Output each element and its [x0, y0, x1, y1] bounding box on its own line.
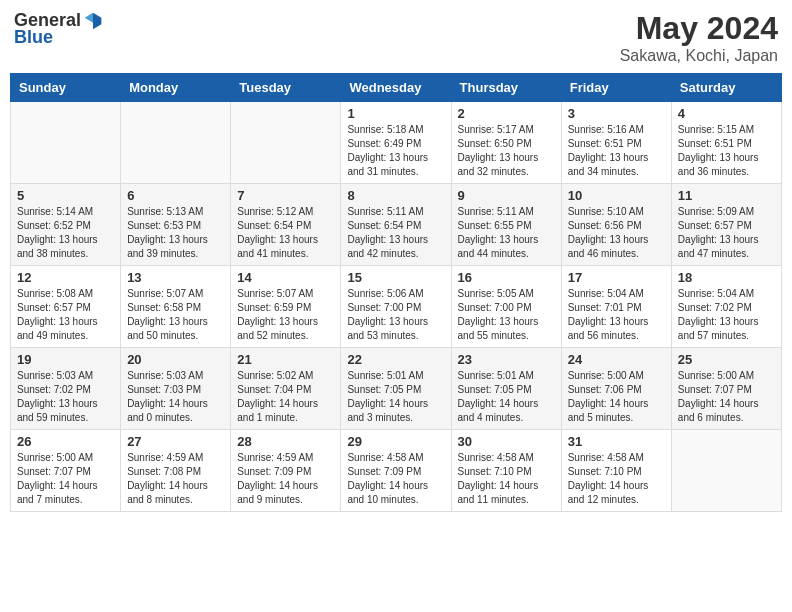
day-info: Sunrise: 5:00 AM Sunset: 7:06 PM Dayligh… — [568, 369, 665, 425]
day-number: 15 — [347, 270, 444, 285]
day-number: 23 — [458, 352, 555, 367]
page-header: General Blue May 2024 Sakawa, Kochi, Jap… — [10, 10, 782, 65]
day-info: Sunrise: 5:12 AM Sunset: 6:54 PM Dayligh… — [237, 205, 334, 261]
calendar-cell: 10Sunrise: 5:10 AM Sunset: 6:56 PM Dayli… — [561, 184, 671, 266]
day-info: Sunrise: 5:16 AM Sunset: 6:51 PM Dayligh… — [568, 123, 665, 179]
day-number: 29 — [347, 434, 444, 449]
day-info: Sunrise: 4:59 AM Sunset: 7:09 PM Dayligh… — [237, 451, 334, 507]
day-info: Sunrise: 5:03 AM Sunset: 7:03 PM Dayligh… — [127, 369, 224, 425]
title-block: May 2024 Sakawa, Kochi, Japan — [620, 10, 778, 65]
calendar-cell: 17Sunrise: 5:04 AM Sunset: 7:01 PM Dayli… — [561, 266, 671, 348]
day-info: Sunrise: 5:11 AM Sunset: 6:55 PM Dayligh… — [458, 205, 555, 261]
calendar-cell: 23Sunrise: 5:01 AM Sunset: 7:05 PM Dayli… — [451, 348, 561, 430]
day-info: Sunrise: 5:07 AM Sunset: 6:58 PM Dayligh… — [127, 287, 224, 343]
calendar-cell: 25Sunrise: 5:00 AM Sunset: 7:07 PM Dayli… — [671, 348, 781, 430]
day-info: Sunrise: 4:59 AM Sunset: 7:08 PM Dayligh… — [127, 451, 224, 507]
day-number: 10 — [568, 188, 665, 203]
calendar-cell: 26Sunrise: 5:00 AM Sunset: 7:07 PM Dayli… — [11, 430, 121, 512]
day-info: Sunrise: 5:10 AM Sunset: 6:56 PM Dayligh… — [568, 205, 665, 261]
day-number: 17 — [568, 270, 665, 285]
day-info: Sunrise: 5:02 AM Sunset: 7:04 PM Dayligh… — [237, 369, 334, 425]
header-friday: Friday — [561, 74, 671, 102]
day-number: 16 — [458, 270, 555, 285]
day-info: Sunrise: 5:14 AM Sunset: 6:52 PM Dayligh… — [17, 205, 114, 261]
week-row-2: 5Sunrise: 5:14 AM Sunset: 6:52 PM Daylig… — [11, 184, 782, 266]
header-tuesday: Tuesday — [231, 74, 341, 102]
day-number: 25 — [678, 352, 775, 367]
header-thursday: Thursday — [451, 74, 561, 102]
day-number: 3 — [568, 106, 665, 121]
calendar-cell: 11Sunrise: 5:09 AM Sunset: 6:57 PM Dayli… — [671, 184, 781, 266]
day-info: Sunrise: 5:03 AM Sunset: 7:02 PM Dayligh… — [17, 369, 114, 425]
calendar-cell: 21Sunrise: 5:02 AM Sunset: 7:04 PM Dayli… — [231, 348, 341, 430]
day-number: 24 — [568, 352, 665, 367]
day-number: 12 — [17, 270, 114, 285]
day-number: 20 — [127, 352, 224, 367]
calendar-cell: 5Sunrise: 5:14 AM Sunset: 6:52 PM Daylig… — [11, 184, 121, 266]
day-number: 26 — [17, 434, 114, 449]
day-info: Sunrise: 5:04 AM Sunset: 7:01 PM Dayligh… — [568, 287, 665, 343]
day-info: Sunrise: 5:13 AM Sunset: 6:53 PM Dayligh… — [127, 205, 224, 261]
day-info: Sunrise: 5:01 AM Sunset: 7:05 PM Dayligh… — [458, 369, 555, 425]
calendar-cell: 12Sunrise: 5:08 AM Sunset: 6:57 PM Dayli… — [11, 266, 121, 348]
day-number: 8 — [347, 188, 444, 203]
day-info: Sunrise: 5:01 AM Sunset: 7:05 PM Dayligh… — [347, 369, 444, 425]
week-row-5: 26Sunrise: 5:00 AM Sunset: 7:07 PM Dayli… — [11, 430, 782, 512]
calendar-cell: 7Sunrise: 5:12 AM Sunset: 6:54 PM Daylig… — [231, 184, 341, 266]
day-number: 7 — [237, 188, 334, 203]
calendar-cell: 22Sunrise: 5:01 AM Sunset: 7:05 PM Dayli… — [341, 348, 451, 430]
week-row-3: 12Sunrise: 5:08 AM Sunset: 6:57 PM Dayli… — [11, 266, 782, 348]
calendar-table: SundayMondayTuesdayWednesdayThursdayFrid… — [10, 73, 782, 512]
day-info: Sunrise: 4:58 AM Sunset: 7:09 PM Dayligh… — [347, 451, 444, 507]
week-row-1: 1Sunrise: 5:18 AM Sunset: 6:49 PM Daylig… — [11, 102, 782, 184]
day-info: Sunrise: 5:05 AM Sunset: 7:00 PM Dayligh… — [458, 287, 555, 343]
day-number: 27 — [127, 434, 224, 449]
day-number: 2 — [458, 106, 555, 121]
calendar-cell: 13Sunrise: 5:07 AM Sunset: 6:58 PM Dayli… — [121, 266, 231, 348]
day-info: Sunrise: 5:00 AM Sunset: 7:07 PM Dayligh… — [17, 451, 114, 507]
day-number: 11 — [678, 188, 775, 203]
header-wednesday: Wednesday — [341, 74, 451, 102]
header-saturday: Saturday — [671, 74, 781, 102]
day-info: Sunrise: 5:00 AM Sunset: 7:07 PM Dayligh… — [678, 369, 775, 425]
day-number: 1 — [347, 106, 444, 121]
day-number: 5 — [17, 188, 114, 203]
calendar-cell: 3Sunrise: 5:16 AM Sunset: 6:51 PM Daylig… — [561, 102, 671, 184]
calendar-cell: 14Sunrise: 5:07 AM Sunset: 6:59 PM Dayli… — [231, 266, 341, 348]
logo-icon — [83, 11, 103, 31]
day-number: 28 — [237, 434, 334, 449]
day-number: 30 — [458, 434, 555, 449]
calendar-cell: 28Sunrise: 4:59 AM Sunset: 7:09 PM Dayli… — [231, 430, 341, 512]
day-info: Sunrise: 5:17 AM Sunset: 6:50 PM Dayligh… — [458, 123, 555, 179]
day-number: 13 — [127, 270, 224, 285]
calendar-cell — [671, 430, 781, 512]
calendar-cell: 2Sunrise: 5:17 AM Sunset: 6:50 PM Daylig… — [451, 102, 561, 184]
calendar-cell: 1Sunrise: 5:18 AM Sunset: 6:49 PM Daylig… — [341, 102, 451, 184]
day-number: 9 — [458, 188, 555, 203]
day-number: 22 — [347, 352, 444, 367]
location-subtitle: Sakawa, Kochi, Japan — [620, 47, 778, 65]
logo-blue: Blue — [14, 27, 53, 48]
day-number: 4 — [678, 106, 775, 121]
calendar-cell — [11, 102, 121, 184]
day-info: Sunrise: 5:09 AM Sunset: 6:57 PM Dayligh… — [678, 205, 775, 261]
day-info: Sunrise: 5:18 AM Sunset: 6:49 PM Dayligh… — [347, 123, 444, 179]
day-info: Sunrise: 5:08 AM Sunset: 6:57 PM Dayligh… — [17, 287, 114, 343]
calendar-cell: 18Sunrise: 5:04 AM Sunset: 7:02 PM Dayli… — [671, 266, 781, 348]
day-number: 31 — [568, 434, 665, 449]
calendar-cell: 6Sunrise: 5:13 AM Sunset: 6:53 PM Daylig… — [121, 184, 231, 266]
day-number: 14 — [237, 270, 334, 285]
day-info: Sunrise: 5:11 AM Sunset: 6:54 PM Dayligh… — [347, 205, 444, 261]
calendar-cell: 24Sunrise: 5:00 AM Sunset: 7:06 PM Dayli… — [561, 348, 671, 430]
calendar-cell: 4Sunrise: 5:15 AM Sunset: 6:51 PM Daylig… — [671, 102, 781, 184]
calendar-cell: 31Sunrise: 4:58 AM Sunset: 7:10 PM Dayli… — [561, 430, 671, 512]
calendar-cell: 20Sunrise: 5:03 AM Sunset: 7:03 PM Dayli… — [121, 348, 231, 430]
calendar-cell: 15Sunrise: 5:06 AM Sunset: 7:00 PM Dayli… — [341, 266, 451, 348]
day-info: Sunrise: 5:07 AM Sunset: 6:59 PM Dayligh… — [237, 287, 334, 343]
calendar-cell: 9Sunrise: 5:11 AM Sunset: 6:55 PM Daylig… — [451, 184, 561, 266]
header-monday: Monday — [121, 74, 231, 102]
day-info: Sunrise: 4:58 AM Sunset: 7:10 PM Dayligh… — [458, 451, 555, 507]
week-row-4: 19Sunrise: 5:03 AM Sunset: 7:02 PM Dayli… — [11, 348, 782, 430]
day-number: 6 — [127, 188, 224, 203]
calendar-cell: 19Sunrise: 5:03 AM Sunset: 7:02 PM Dayli… — [11, 348, 121, 430]
